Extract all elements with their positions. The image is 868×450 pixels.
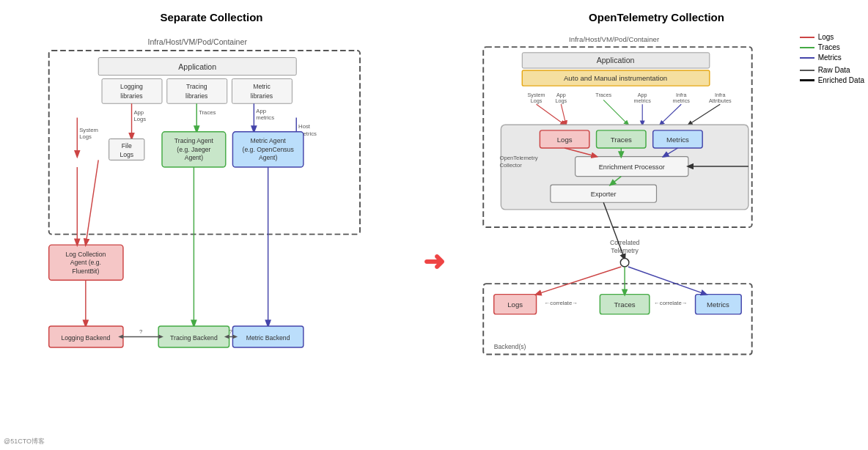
svg-text:Enrichment Processor: Enrichment Processor: [599, 163, 665, 171]
svg-text:Traces: Traces: [595, 92, 611, 98]
svg-text:Metric: Metric: [253, 83, 271, 90]
svg-text:Backend(s): Backend(s): [494, 343, 526, 350]
right-diagram: Infra/Host/VM/Pod/Container Application …: [456, 29, 857, 425]
legend: Logs Traces Metrics Raw Data Enriched Da…: [800, 33, 864, 86]
svg-text:(e.g. Jaeger: (e.g. Jaeger: [177, 146, 210, 153]
raw-data-line: [800, 70, 814, 71]
svg-text:Application: Application: [597, 56, 635, 64]
legend-logs: Logs: [800, 33, 864, 41]
svg-text:←correlate→: ←correlate→: [654, 300, 687, 306]
svg-line-118: [628, 267, 706, 295]
svg-text:Log Collection: Log Collection: [65, 251, 106, 258]
svg-text:Tracing Backend: Tracing Backend: [170, 334, 218, 342]
svg-text:File: File: [122, 142, 132, 150]
svg-text:Infra/Host/VM/Pod/Container: Infra/Host/VM/Pod/Container: [569, 35, 660, 43]
svg-text:Telemetry: Telemetry: [611, 247, 639, 254]
svg-text:?: ?: [229, 328, 232, 335]
svg-text:Agent): Agent): [185, 154, 204, 161]
left-title: Separate Collection: [11, 11, 412, 23]
svg-text:libraries: libraries: [120, 92, 143, 100]
svg-line-42: [86, 160, 98, 245]
svg-text:Metric Agent: Metric Agent: [251, 137, 287, 144]
svg-line-82: [660, 104, 681, 125]
logs-label: Logs: [818, 33, 834, 41]
svg-text:App: App: [638, 92, 647, 98]
svg-text:FluentBit): FluentBit): [72, 268, 99, 275]
svg-text:Infra/Host/VM/Pod/Container: Infra/Host/VM/Pod/Container: [147, 37, 247, 46]
main-container: Separate Collection Infra/Host/VM/Pod/Co…: [0, 0, 868, 450]
legend-traces: Traces: [800, 43, 864, 51]
svg-text:Traces: Traces: [199, 109, 216, 116]
svg-line-79: [561, 104, 566, 125]
right-title: OpenTelemetry Collection: [456, 11, 857, 23]
svg-text:Application: Application: [178, 62, 216, 71]
svg-text:Auto and Manual instrumentatio: Auto and Manual instrumentation: [564, 74, 667, 82]
enriched-data-label: Enriched Data: [818, 76, 864, 84]
svg-text:Logging Backend: Logging Backend: [61, 334, 110, 342]
svg-text:Correlated: Correlated: [610, 239, 640, 246]
svg-text:Tracing Agent: Tracing Agent: [174, 137, 214, 144]
svg-text:Metrics: Metrics: [707, 300, 729, 309]
svg-text:metrics: metrics: [673, 97, 691, 104]
svg-text:Infra: Infra: [676, 92, 687, 98]
svg-text:Logging: Logging: [120, 83, 143, 90]
svg-text:Attributes: Attributes: [709, 97, 732, 104]
svg-line-83: [688, 104, 720, 125]
left-diagram: Infra/Host/VM/Pod/Container Application …: [11, 29, 412, 425]
svg-text:metrics: metrics: [634, 97, 652, 104]
svg-text:←correlate→: ←correlate→: [545, 300, 578, 306]
svg-text:libraries: libraries: [251, 92, 273, 100]
left-section: Separate Collection Infra/Host/VM/Pod/Co…: [7, 7, 416, 443]
svg-text:Logs: Logs: [79, 133, 92, 140]
legend-raw-data: Raw Data: [800, 66, 864, 74]
watermark: @51CTO博客: [4, 437, 45, 446]
svg-text:(e.g. OpenCensus: (e.g. OpenCensus: [243, 146, 295, 153]
svg-text:Logs: Logs: [133, 116, 146, 122]
svg-text:Logs: Logs: [119, 151, 133, 158]
legend-metrics: Metrics: [800, 54, 864, 62]
svg-text:Metrics: Metrics: [666, 136, 689, 144]
svg-text:Infra: Infra: [715, 92, 726, 98]
svg-line-80: [603, 100, 628, 125]
svg-text:?: ?: [139, 328, 142, 335]
svg-text:Agent): Agent): [259, 154, 278, 161]
svg-text:Logs: Logs: [507, 300, 523, 309]
svg-text:libraries: libraries: [185, 92, 208, 100]
legend-enriched-data: Enriched Data: [800, 76, 864, 84]
metrics-line: [800, 57, 814, 59]
enriched-data-line: [800, 79, 814, 81]
svg-line-116: [537, 267, 622, 295]
svg-text:Logs: Logs: [555, 97, 567, 104]
svg-text:App: App: [256, 108, 266, 114]
svg-text:Traces: Traces: [611, 136, 632, 144]
svg-line-78: [537, 104, 565, 125]
svg-text:Metric Backend: Metric Backend: [246, 334, 290, 342]
svg-text:Logs: Logs: [531, 97, 542, 104]
svg-text:App: App: [556, 92, 566, 98]
logs-line: [800, 37, 814, 38]
svg-text:Tracing: Tracing: [186, 83, 207, 90]
raw-data-label: Raw Data: [818, 66, 850, 74]
svg-text:Logs: Logs: [557, 136, 573, 144]
svg-text:Host: Host: [298, 123, 311, 130]
svg-text:System: System: [79, 127, 98, 133]
svg-text:Traces: Traces: [614, 300, 636, 309]
svg-text:System: System: [528, 92, 545, 98]
metrics-label: Metrics: [818, 54, 842, 62]
svg-text:metrics: metrics: [256, 114, 274, 121]
svg-text:Agent (e.g.: Agent (e.g.: [70, 259, 101, 266]
traces-line: [800, 47, 814, 48]
svg-text:App: App: [133, 109, 144, 116]
svg-point-105: [620, 258, 629, 267]
svg-text:Exporter: Exporter: [591, 191, 617, 198]
traces-label: Traces: [818, 43, 840, 51]
transition-arrow: ➜: [416, 7, 452, 443]
svg-text:OpenTelemetry: OpenTelemetry: [499, 155, 537, 161]
svg-text:Collector: Collector: [499, 162, 522, 169]
